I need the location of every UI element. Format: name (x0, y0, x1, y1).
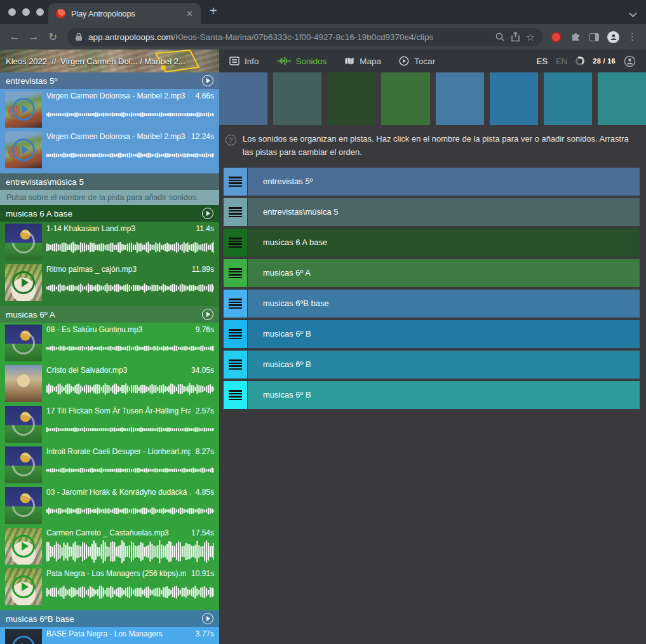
track-row-body[interactable]: entrevistas 5º (248, 168, 640, 196)
side-panel-icon[interactable] (589, 33, 599, 41)
track-name[interactable]: musicas 6ºB base (263, 299, 329, 308)
track-section-header[interactable]: musicas 6º A (0, 306, 219, 323)
clip-thumbnail[interactable] (5, 91, 42, 128)
track-row-body[interactable]: musicas 6º B (248, 381, 640, 409)
lang-en[interactable]: EN (556, 57, 567, 66)
clip-item[interactable]: Pata Negra - Los Managers (256 kbps).mp3… (5, 568, 214, 605)
recording-extension-icon[interactable] (552, 33, 560, 41)
clip-play-overlay-icon[interactable] (12, 271, 35, 294)
clip-item[interactable]: Cristo del Salvador.mp334.05s (5, 365, 214, 402)
clip-item[interactable]: 17 Till Flickan Som Är Tusen År-Halling … (5, 406, 214, 443)
play-track-icon[interactable] (202, 75, 213, 86)
clip-thumbnail[interactable] (5, 131, 42, 168)
clip-thumbnail[interactable] (5, 406, 42, 443)
play-track-icon[interactable] (202, 208, 213, 219)
tab-tocar[interactable]: Tocar (399, 56, 435, 66)
track-drag-handle[interactable] (224, 198, 247, 226)
tab-sonidos[interactable]: Sonidos (277, 57, 327, 66)
play-track-icon[interactable] (202, 309, 213, 320)
search-icon[interactable] (495, 32, 505, 42)
track-name[interactable]: entrevistas\música 5 (263, 207, 339, 217)
extensions-puzzle-icon[interactable] (570, 30, 581, 44)
track-color-swatch[interactable] (273, 72, 321, 125)
browser-tab[interactable]: Play Antropoloops ✕ (48, 3, 201, 24)
back-icon[interactable]: ← (5, 30, 24, 43)
track-name[interactable]: musicas 6º A (263, 268, 311, 278)
track-row[interactable]: musicas 6ºB base (224, 290, 640, 318)
track-section-title[interactable]: musicas 6º A (6, 310, 55, 319)
track-color-swatch[interactable] (490, 72, 538, 125)
track-color-swatch[interactable] (327, 72, 375, 125)
track-row-body[interactable]: musicas 6ºB base (248, 290, 640, 318)
clip-thumbnail[interactable] (5, 264, 42, 301)
clip-play-overlay-icon[interactable] (12, 575, 35, 598)
browser-menu-icon[interactable]: ⋮ (628, 31, 637, 43)
track-row[interactable]: entrevistas\música 5 (224, 198, 640, 226)
track-name[interactable]: musicas 6º B (263, 359, 311, 369)
profile-avatar[interactable] (607, 31, 619, 43)
new-tab-button[interactable]: + (210, 4, 217, 18)
track-drag-handle[interactable] (224, 259, 247, 287)
track-section-title[interactable]: musicas 6ºB base (6, 614, 74, 624)
clip-thumbnail[interactable] (5, 629, 42, 644)
clip-item[interactable]: 03 - Jaromír Horák & Konrádyho dudácká .… (5, 487, 214, 524)
track-section-header[interactable]: entrevistas\música 5 (0, 173, 219, 190)
track-row-body[interactable]: musicas 6º B (248, 351, 640, 379)
window-close-button[interactable] (8, 8, 16, 16)
breadcrumb-project[interactable]: Kleos 2022 (6, 57, 47, 66)
clip-item[interactable]: Carmen Carreto _ Castañuelas.mp317.54s (5, 528, 214, 565)
breadcrumb[interactable]: Kleos 2022 // Virgen Carmen Dol... / Mar… (0, 50, 219, 72)
track-color-swatch[interactable] (598, 72, 646, 125)
track-drag-handle[interactable] (224, 320, 247, 348)
tab-mapa[interactable]: Mapa (344, 57, 381, 66)
track-row[interactable]: musicas 6º B (224, 381, 640, 409)
track-section-title[interactable]: musicas 6 A base (6, 209, 72, 218)
tab-search-chevron-icon[interactable] (629, 9, 637, 20)
track-name[interactable]: musicas 6 A base (263, 238, 327, 247)
clip-thumbnail[interactable] (5, 568, 42, 605)
track-row[interactable]: entrevistas 5º (224, 168, 640, 196)
clip-thumbnail[interactable] (5, 224, 42, 260)
url-bar[interactable]: app.antropoloops.com/Kleos-Santa-Marina/… (67, 28, 542, 46)
track-row[interactable]: musicas 6º B (224, 320, 640, 348)
track-row[interactable]: musicas 6º A (224, 259, 640, 287)
forward-icon[interactable]: → (24, 30, 43, 43)
track-row-body[interactable]: musicas 6º A (248, 259, 640, 287)
lang-es[interactable]: ES (537, 57, 548, 66)
track-section-title[interactable]: entrevistas 5º (6, 76, 57, 86)
track-section-header[interactable]: musicas 6ºB base (0, 610, 219, 627)
track-drag-handle[interactable] (224, 168, 247, 196)
track-row[interactable]: musicas 6 A base (224, 229, 640, 257)
track-drag-handle[interactable] (224, 351, 247, 379)
track-color-swatch[interactable] (436, 72, 484, 125)
track-color-swatch[interactable] (544, 72, 592, 125)
reload-icon[interactable]: ↻ (43, 30, 62, 44)
share-icon[interactable] (511, 32, 520, 42)
track-drag-handle[interactable] (224, 229, 247, 257)
track-row-body[interactable]: musicas 6º B (248, 320, 640, 348)
breadcrumb-detail[interactable]: Virgen Carmen Dol... / Maribel 2... (60, 57, 185, 66)
clip-play-overlay-icon[interactable] (12, 535, 35, 558)
bookmark-star-icon[interactable]: ☆ (526, 31, 535, 43)
clip-item[interactable]: 08 - Es Sakūru Guntiņu.mp39.76s (5, 325, 214, 361)
clip-item[interactable]: Virgen Carmen Dolorosa - Maribel 2.mp312… (5, 131, 214, 168)
play-track-icon[interactable] (202, 613, 213, 624)
track-drag-handle[interactable] (224, 290, 247, 318)
track-name[interactable]: musicas 6º B (263, 390, 311, 399)
track-row-body[interactable]: entrevistas\música 5 (248, 198, 640, 226)
clip-item[interactable]: BASE Pata Negra - Los Managers3.77s (5, 629, 214, 644)
track-row[interactable]: musicas 6º B (224, 351, 640, 379)
track-name[interactable]: entrevistas 5º (263, 177, 313, 186)
window-zoom-button[interactable] (36, 8, 44, 16)
track-section-header[interactable]: entrevistas 5º (0, 72, 219, 89)
clip-thumbnail[interactable] (5, 365, 42, 402)
clip-thumbnail[interactable] (5, 325, 42, 361)
track-name[interactable]: musicas 6º B (263, 329, 311, 339)
window-minimize-button[interactable] (22, 8, 30, 16)
clip-play-overlay-icon[interactable] (12, 98, 35, 121)
clip-thumbnail[interactable] (5, 446, 42, 483)
clip-item[interactable]: Virgen Carmen Dolorosa - Maribel 2.mp34.… (5, 91, 214, 128)
clip-thumbnail[interactable] (5, 487, 42, 524)
account-icon[interactable] (624, 55, 636, 67)
track-color-swatch[interactable] (219, 72, 267, 125)
